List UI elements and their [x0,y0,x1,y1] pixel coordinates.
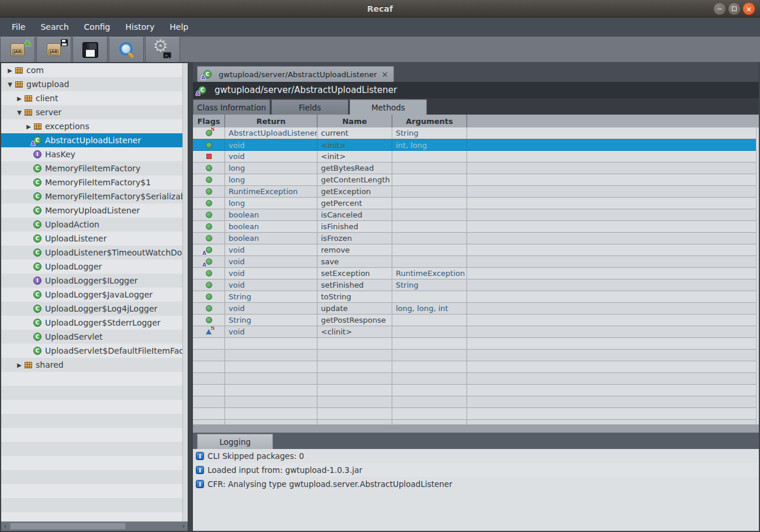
method-table-body: SAbstractUploadListenercurrentStringvoid… [193,127,759,424]
method-row-getException[interactable]: RuntimeExceptiongetException [193,186,759,198]
tree-horizontal-scrollbar[interactable]: ‹ › [1,521,188,531]
tree-item-memoryuploadlistener[interactable]: CMemoryUploadListener [1,203,182,217]
config-button[interactable]: ⚙>_ [145,37,180,63]
column-header-flags[interactable]: Flags [193,115,225,127]
tree-item-abstractuploadlistener[interactable]: CAAbstractUploadListener [1,133,182,147]
search-button[interactable] [109,37,144,63]
chevron-down-icon[interactable]: ▼ [15,109,23,116]
minimize-button[interactable]: − [713,2,726,15]
chevron-down-icon[interactable]: ▼ [6,81,14,88]
maximize-button[interactable] [728,2,741,15]
method-row-getPercent[interactable]: longgetPercent [193,198,759,209]
column-header-name[interactable]: Name [317,115,392,127]
menu-item-config[interactable]: Config [84,22,110,32]
close-button[interactable]: × [742,2,755,15]
tree-item-uploadlogger[interactable]: CUploadLogger [1,260,182,274]
tab-methods[interactable]: Methods [350,99,427,115]
scrollbar-thumb[interactable] [10,523,126,530]
tree-item-uploadservlet[interactable]: CUploadServlet [1,330,182,344]
method-row-current[interactable]: SAbstractUploadListenercurrentString [193,127,759,139]
menu-item-history[interactable]: History [125,22,154,32]
tree-item-uploadservlet$defaultfileitemfactory[interactable]: CUploadServlet$DefaultFileItemFactory [1,344,182,358]
method-empty-row [193,350,759,361]
tree-empty-row [1,386,182,400]
chevron-right-icon[interactable]: ▶ [15,362,23,368]
class-glyph: C [33,164,42,172]
method-row-save[interactable]: Avoidsave [193,256,759,268]
cell-args: int, long [392,140,467,150]
method-row-setFinished[interactable]: voidsetFinishedString [193,279,759,291]
cell-flags [193,338,225,349]
tab-fields[interactable]: Fields [271,99,348,115]
tree-item-exceptions[interactable]: ▶exceptions [1,119,182,133]
tab-close-icon[interactable]: × [382,70,389,79]
method-row-isFinished[interactable]: booleanisFinished [193,221,759,233]
tree-item-server[interactable]: ▼server [1,105,182,119]
tab-logging[interactable]: Logging [197,434,273,449]
method-empty-row [193,338,759,350]
cell-args [392,420,467,424]
titlebar[interactable]: Recaf − × [0,0,760,18]
tree-item-memoryfileitemfactory[interactable]: CMemoryFileItemFactory [1,161,182,175]
column-header-return[interactable]: Return [225,115,317,127]
editor-tab[interactable]: CA gwtupload/server/AbstractUploadListen… [197,66,394,82]
tree-item-memoryfileitemfactory$serializableby[interactable]: CMemoryFileItemFactory$SerializableBy [1,189,182,203]
tree-item-uploadlogger$stderrlogger[interactable]: CUploadLogger$StderrLogger [1,316,182,330]
load-jar-button[interactable] [0,37,35,63]
menu-item-search[interactable]: Search [40,22,68,32]
cell-args [392,151,467,162]
chevron-right-icon[interactable]: ▶ [6,67,14,74]
menu-item-file[interactable]: File [12,22,25,32]
method-row-setException[interactable]: voidsetExceptionRuntimeException [193,268,759,279]
method-empty-row [193,385,759,396]
method-row-getPostResponse[interactable]: StringgetPostResponse [193,315,759,326]
scroll-right-icon[interactable]: › [179,522,188,530]
tree-item-uploadaction[interactable]: CUploadAction [1,217,182,232]
tree-item-client[interactable]: ▶client [1,91,182,105]
scroll-left-icon[interactable]: ‹ [1,522,9,530]
tree-item-uploadlogger$ilogger[interactable]: IUploadLogger$ILogger [1,274,182,288]
save-button[interactable] [72,37,108,63]
mini-floppy-icon [61,39,68,46]
tree-item-gwtupload[interactable]: ▼gwtupload [1,77,182,91]
method-row-getBytesRead[interactable]: longgetBytesRead [193,163,759,174]
tree-item-uploadlogger$javalogger[interactable]: CUploadLogger$JavaLogger [1,288,182,302]
method-row-isCanceled[interactable]: booleanisCanceled [193,209,759,221]
tree-item-uploadlistener$timeoutwatchdog[interactable]: CUploadListener$TimeoutWatchDog [1,246,182,260]
toolbar: ⚙>_ [0,36,760,62]
package-icon [33,122,42,131]
chevron-right-icon[interactable]: ▶ [15,95,23,102]
method-row-init[interactable]: void<init>int, long [193,139,759,151]
tree-vertical-scrollbar[interactable] [182,63,188,521]
interface-glyph: I [33,150,42,158]
cell-flags [193,408,225,419]
chevron-right-icon[interactable]: ▶ [25,123,33,130]
window-controls: − × [713,2,755,15]
column-header-arguments[interactable]: Arguments [392,115,467,127]
cell-ret [225,338,317,349]
export-jar-button[interactable] [36,37,71,63]
tree-item-uploadlogger$log4jlogger[interactable]: CUploadLogger$Log4jLogger [1,302,182,316]
method-row-remove[interactable]: Avoidremove [193,244,759,256]
cell-args [392,315,467,326]
cell-flags [193,140,225,150]
menu-item-help[interactable]: Help [170,22,188,32]
tree-item-uploadlistener[interactable]: CUploadListener [1,232,182,246]
cell-flags [193,268,225,279]
method-row-update[interactable]: voidupdatelong, long, int [193,303,759,315]
method-row-isFrozen[interactable]: booleanisFrozen [193,233,759,244]
logging-tabbar: Logging [193,433,759,449]
cell-filler [467,268,759,279]
cell-flags [193,186,225,197]
tree-item-com[interactable]: ▶com [1,63,182,77]
tree-item-shared[interactable]: ▶shared [1,358,182,372]
method-row-toString[interactable]: StringtoString [193,291,759,303]
table-vertical-scrollbar[interactable] [756,127,759,424]
tree-item-memoryfileitemfactory$1[interactable]: CMemoryFileItemFactory$1 [1,175,182,189]
method-row-getContentLength[interactable]: longgetContentLength [193,174,759,186]
method-row-clinit[interactable]: Svoid<clinit> [193,326,759,338]
abstract-class-icon: CA [33,136,42,145]
method-row-init[interactable]: void<init> [193,151,759,163]
tab-class-information[interactable]: Class Information [193,99,270,115]
tree-item-haskey[interactable]: IHasKey [1,147,182,161]
